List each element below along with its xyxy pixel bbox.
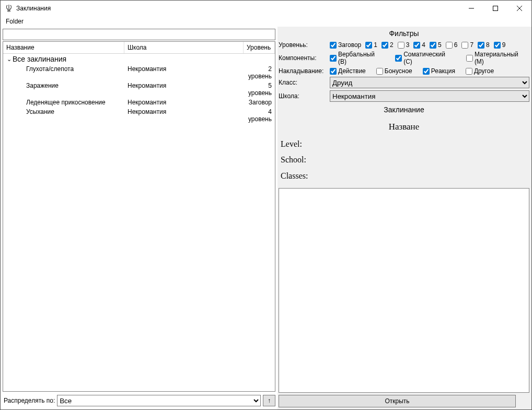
chevron-down-icon: ⌄ — [5, 56, 13, 63]
table-row[interactable]: УсыханиеНекромантия4 уровень — [3, 107, 275, 124]
level-filter-checkbox-2[interactable] — [381, 42, 388, 49]
level-filter-0[interactable]: Заговор — [330, 41, 361, 49]
cell-level: 2 уровень — [244, 65, 275, 80]
spell-description[interactable] — [279, 188, 529, 393]
level-filter-label-4: 4 — [422, 41, 425, 49]
maximize-button[interactable] — [483, 1, 507, 16]
close-button[interactable] — [507, 1, 531, 16]
table-row[interactable]: Глухота/слепотаНекромантия2 уровень — [3, 64, 275, 81]
cell-name: Глухота/слепота — [3, 65, 124, 80]
level-filter-1[interactable]: 1 — [365, 41, 377, 49]
level-filter-label-6: 6 — [454, 41, 458, 49]
table-row[interactable]: Леденящее прикосновениеНекромантияЗагово… — [3, 98, 275, 107]
filter-level-label: Уровеньь: — [279, 41, 328, 49]
minimize-button[interactable] — [459, 1, 483, 16]
tree-group[interactable]: ⌄Все заклинания — [3, 54, 275, 64]
header-name[interactable]: Название — [3, 42, 124, 53]
header-level[interactable]: Уровень — [244, 42, 275, 53]
cell-level: 5 уровень — [244, 81, 275, 97]
casting-filter-checkbox-3[interactable] — [466, 68, 472, 75]
cell-level: 4 уровень — [244, 108, 275, 123]
level-filter-5[interactable]: 5 — [430, 41, 442, 49]
menubar: Folder — [1, 16, 531, 27]
casting-filter-2[interactable]: Реакция — [423, 67, 455, 75]
spell-info: Level: School: Classes: — [279, 135, 529, 188]
component-filter-checkbox-0[interactable] — [330, 55, 337, 62]
cell-level: Заговор — [244, 98, 275, 107]
cell-school: Некромантия — [124, 81, 244, 97]
tree-group-label: Все заклинания — [13, 55, 66, 63]
casting-filter-3[interactable]: Другое — [466, 67, 494, 75]
component-filter-label-1: Соматический (С) — [403, 51, 456, 65]
level-filter-label-0: Заговор — [338, 41, 361, 49]
svg-rect-1 — [493, 6, 498, 11]
header-school[interactable]: Школа — [124, 42, 244, 53]
level-filter-checkbox-6[interactable] — [446, 42, 453, 49]
distribute-label: Распределять по: — [4, 397, 55, 404]
level-filter-6[interactable]: 6 — [446, 41, 458, 49]
level-filter-label-3: 3 — [406, 41, 410, 49]
filter-school-label: Школа: — [279, 92, 328, 100]
app-icon — [5, 4, 13, 13]
level-filter-label-5: 5 — [438, 41, 442, 49]
filters-title: Фильтры — [279, 28, 529, 40]
filter-components-label: Компоненты: — [279, 54, 328, 62]
distribute-select[interactable]: Все — [57, 395, 261, 406]
table-row[interactable]: ЗаражениеНекромантия5 уровень — [3, 81, 275, 98]
casting-filter-label-0: Действие — [338, 67, 366, 75]
titlebar: Заклинания — [1, 1, 531, 16]
component-filter-checkbox-1[interactable] — [395, 55, 402, 62]
casting-filter-checkbox-0[interactable] — [330, 68, 337, 75]
level-filter-7[interactable]: 7 — [461, 41, 473, 49]
component-filter-checkbox-2[interactable] — [466, 55, 473, 62]
sort-button[interactable]: ↑ — [263, 395, 275, 406]
cell-name: Леденящее прикосновение — [3, 98, 124, 107]
spell-level-label: Level: — [281, 136, 527, 152]
level-filter-label-8: 8 — [486, 41, 490, 49]
level-filter-label-1: 1 — [374, 41, 377, 49]
level-filter-checkbox-3[interactable] — [398, 42, 404, 49]
open-button[interactable]: Открыть — [279, 395, 516, 407]
level-filter-3[interactable]: 3 — [398, 41, 410, 49]
level-filter-checkbox-9[interactable] — [494, 42, 501, 49]
level-filter-checkbox-1[interactable] — [365, 42, 372, 49]
window-title: Заклинания — [16, 5, 459, 12]
component-filter-1[interactable]: Соматический (С) — [395, 51, 456, 65]
level-filter-checkbox-7[interactable] — [461, 42, 468, 49]
level-filter-checkbox-4[interactable] — [413, 42, 420, 49]
level-filter-8[interactable]: 8 — [478, 41, 490, 49]
level-filter-label-7: 7 — [470, 41, 473, 49]
component-filter-2[interactable]: Материальный (М) — [466, 51, 529, 65]
casting-filter-0[interactable]: Действие — [330, 67, 366, 75]
level-filter-checkbox-5[interactable] — [430, 42, 436, 49]
casting-filter-label-1: Бонусное — [385, 67, 412, 75]
casting-filter-1[interactable]: Бонусное — [376, 67, 412, 75]
level-filter-checkbox-0[interactable] — [330, 42, 337, 49]
level-filter-9[interactable]: 9 — [494, 41, 506, 49]
casting-filter-label-2: Реакция — [431, 67, 455, 75]
cell-name: Усыхание — [3, 108, 124, 123]
level-filter-2[interactable]: 2 — [381, 41, 394, 49]
spell-name: Назване — [279, 116, 529, 135]
level-filter-label-2: 2 — [390, 41, 394, 49]
component-filter-label-0: Вербальный (В) — [338, 51, 385, 65]
filter-class-select[interactable]: Друид — [330, 77, 529, 88]
cell-name: Заражение — [3, 81, 124, 97]
search-input[interactable] — [3, 29, 275, 40]
level-filter-checkbox-8[interactable] — [478, 42, 484, 49]
component-filter-label-2: Материальный (М) — [475, 51, 529, 65]
cell-school: Некромантия — [124, 65, 244, 80]
filter-school-select[interactable]: Некромантия — [330, 90, 529, 102]
cell-school: Некромантия — [124, 98, 244, 107]
level-filter-4[interactable]: 4 — [413, 41, 425, 49]
filter-casting-label: Накладывание: — [279, 67, 328, 75]
casting-filter-checkbox-2[interactable] — [423, 68, 430, 75]
spell-section-title: Заклинание — [279, 104, 529, 116]
spell-classes-label: Classes: — [281, 168, 527, 184]
casting-filter-checkbox-1[interactable] — [376, 68, 383, 75]
tree-header: Название Школа Уровень — [3, 42, 275, 54]
spell-tree[interactable]: Название Школа Уровень ⌄Все заклинанияГл… — [3, 41, 275, 392]
component-filter-0[interactable]: Вербальный (В) — [330, 51, 385, 65]
menu-folder[interactable]: Folder — [4, 17, 26, 26]
spell-school-label: School: — [281, 152, 527, 168]
